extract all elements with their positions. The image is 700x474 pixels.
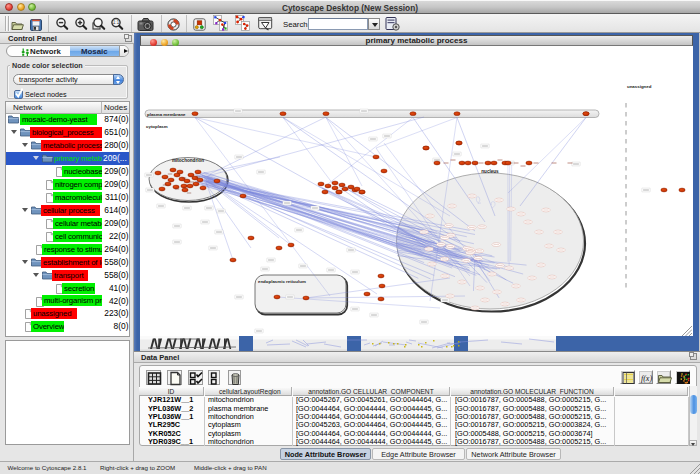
svg-text:f(x): f(x): [641, 374, 652, 383]
svg-text:mitochondrion: mitochondrion: [172, 158, 204, 163]
svg-text:plasma membrane: plasma membrane: [147, 112, 186, 117]
svg-text:unassigned: unassigned: [627, 84, 652, 89]
svg-text:endoplasmic reticulum: endoplasmic reticulum: [258, 279, 306, 284]
svg-text:cytoplasm: cytoplasm: [146, 124, 168, 129]
svg-text:nucleus: nucleus: [481, 169, 499, 174]
svg-text:1:1: 1:1: [113, 20, 120, 25]
